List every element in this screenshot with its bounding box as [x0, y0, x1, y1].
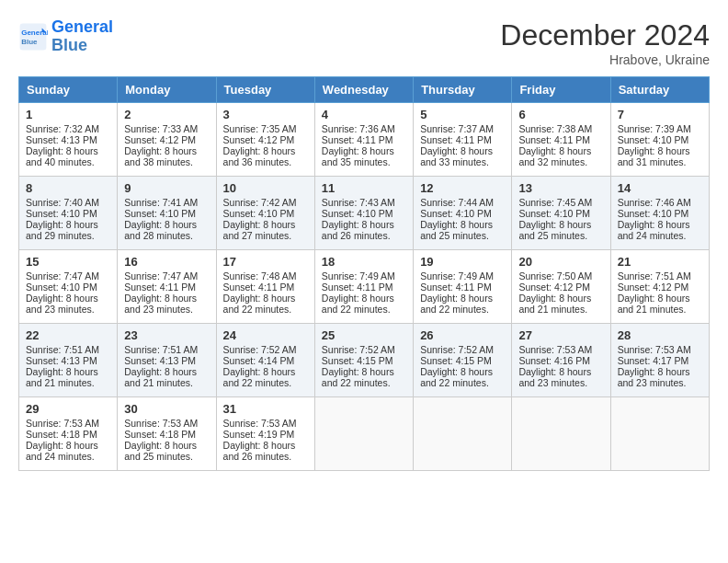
daylight: Daylight: 8 hours and 21 minutes. — [518, 293, 591, 315]
day-cell: 10Sunrise: 7:42 AMSunset: 4:10 PMDayligh… — [216, 177, 314, 250]
day-number: 24 — [223, 328, 308, 342]
sunset: Sunset: 4:18 PM — [26, 429, 97, 440]
day-cell: 11Sunrise: 7:43 AMSunset: 4:10 PMDayligh… — [314, 177, 413, 250]
day-cell: 25Sunrise: 7:52 AMSunset: 4:15 PMDayligh… — [314, 324, 413, 397]
day-number: 5 — [420, 108, 505, 121]
col-header-tuesday: Tuesday — [216, 77, 314, 103]
col-header-wednesday: Wednesday — [314, 77, 413, 103]
day-number: 10 — [223, 181, 308, 195]
day-number: 21 — [618, 255, 702, 269]
calendar-table: SundayMondayTuesdayWednesdayThursdayFrid… — [18, 76, 710, 471]
week-row-1: 1Sunrise: 7:32 AMSunset: 4:13 PMDaylight… — [19, 103, 710, 177]
sunrise: Sunrise: 7:32 AM — [26, 123, 99, 134]
day-number: 9 — [124, 181, 209, 195]
sunrise: Sunrise: 7:48 AM — [223, 270, 297, 282]
day-number: 27 — [518, 328, 603, 342]
daylight: Daylight: 8 hours and 22 minutes. — [322, 293, 394, 315]
day-cell — [610, 397, 709, 471]
sunset: Sunset: 4:10 PM — [26, 208, 97, 219]
daylight: Daylight: 8 hours and 21 minutes. — [618, 293, 690, 315]
daylight: Daylight: 8 hours and 21 minutes. — [124, 366, 197, 388]
day-number: 15 — [26, 255, 110, 269]
sunset: Sunset: 4:18 PM — [124, 429, 196, 440]
location: Hrabove, Ukraine — [500, 52, 710, 67]
day-number: 8 — [26, 181, 110, 195]
month-title: December 2024 — [500, 18, 710, 52]
sunset: Sunset: 4:12 PM — [124, 134, 196, 145]
sunset: Sunset: 4:14 PM — [223, 355, 295, 366]
sunset: Sunset: 4:11 PM — [124, 282, 196, 293]
sunrise: Sunrise: 7:51 AM — [618, 270, 691, 282]
sunrise: Sunrise: 7:47 AM — [124, 270, 198, 282]
day-cell: 31Sunrise: 7:53 AMSunset: 4:19 PMDayligh… — [216, 397, 314, 471]
sunrise: Sunrise: 7:49 AM — [420, 270, 494, 282]
header: General Blue GeneralBlue December 2024 H… — [18, 18, 710, 67]
title-area: December 2024 Hrabove, Ukraine — [500, 18, 710, 67]
day-cell: 17Sunrise: 7:48 AMSunset: 4:11 PMDayligh… — [216, 250, 314, 324]
daylight: Daylight: 8 hours and 25 minutes. — [124, 440, 197, 462]
day-cell: 18Sunrise: 7:49 AMSunset: 4:11 PMDayligh… — [314, 250, 413, 324]
daylight: Daylight: 8 hours and 23 minutes. — [618, 366, 690, 388]
day-cell: 27Sunrise: 7:53 AMSunset: 4:16 PMDayligh… — [512, 324, 610, 397]
sunset: Sunset: 4:10 PM — [420, 208, 492, 219]
daylight: Daylight: 8 hours and 22 minutes. — [420, 293, 493, 315]
day-number: 18 — [322, 255, 406, 269]
logo: General Blue GeneralBlue — [18, 18, 113, 55]
sunrise: Sunrise: 7:52 AM — [420, 344, 494, 355]
day-cell: 20Sunrise: 7:50 AMSunset: 4:12 PMDayligh… — [512, 250, 610, 324]
day-cell: 5Sunrise: 7:37 AMSunset: 4:11 PMDaylight… — [414, 103, 512, 177]
sunset: Sunset: 4:16 PM — [518, 355, 590, 366]
sunrise: Sunrise: 7:52 AM — [322, 344, 395, 355]
day-cell: 21Sunrise: 7:51 AMSunset: 4:12 PMDayligh… — [610, 250, 709, 324]
day-number: 23 — [124, 328, 209, 342]
sunrise: Sunrise: 7:44 AM — [420, 197, 494, 208]
sunrise: Sunrise: 7:53 AM — [26, 418, 99, 429]
sunset: Sunset: 4:11 PM — [322, 282, 393, 293]
sunset: Sunset: 4:10 PM — [518, 208, 590, 219]
sunset: Sunset: 4:19 PM — [223, 429, 295, 440]
sunset: Sunset: 4:11 PM — [322, 134, 393, 145]
day-number: 29 — [26, 402, 110, 416]
day-cell: 14Sunrise: 7:46 AMSunset: 4:10 PMDayligh… — [610, 177, 709, 250]
day-number: 28 — [618, 328, 702, 342]
col-header-friday: Friday — [512, 77, 610, 103]
sunset: Sunset: 4:10 PM — [618, 208, 689, 219]
day-cell: 4Sunrise: 7:36 AMSunset: 4:11 PMDaylight… — [314, 103, 413, 177]
sunset: Sunset: 4:13 PM — [26, 355, 97, 366]
daylight: Daylight: 8 hours and 22 minutes. — [223, 366, 296, 388]
sunrise: Sunrise: 7:53 AM — [618, 344, 691, 355]
sunrise: Sunrise: 7:52 AM — [223, 344, 297, 355]
sunrise: Sunrise: 7:40 AM — [26, 197, 99, 208]
sunset: Sunset: 4:10 PM — [26, 282, 97, 293]
sunset: Sunset: 4:12 PM — [618, 282, 689, 293]
week-row-4: 22Sunrise: 7:51 AMSunset: 4:13 PMDayligh… — [19, 324, 710, 397]
sunset: Sunset: 4:13 PM — [124, 355, 196, 366]
day-cell: 16Sunrise: 7:47 AMSunset: 4:11 PMDayligh… — [118, 250, 216, 324]
day-number: 14 — [618, 181, 702, 195]
sunrise: Sunrise: 7:53 AM — [223, 418, 297, 429]
sunrise: Sunrise: 7:41 AM — [124, 197, 198, 208]
day-number: 3 — [223, 108, 308, 121]
day-cell: 29Sunrise: 7:53 AMSunset: 4:18 PMDayligh… — [19, 397, 118, 471]
day-number: 31 — [223, 402, 308, 416]
daylight: Daylight: 8 hours and 23 minutes. — [26, 293, 98, 315]
sunset: Sunset: 4:15 PM — [322, 355, 393, 366]
day-cell: 3Sunrise: 7:35 AMSunset: 4:12 PMDaylight… — [216, 103, 314, 177]
daylight: Daylight: 8 hours and 22 minutes. — [420, 366, 493, 388]
daylight: Daylight: 8 hours and 24 minutes. — [618, 219, 690, 241]
day-number: 20 — [518, 255, 603, 269]
day-cell: 19Sunrise: 7:49 AMSunset: 4:11 PMDayligh… — [414, 250, 512, 324]
sunrise: Sunrise: 7:49 AM — [322, 270, 395, 282]
daylight: Daylight: 8 hours and 28 minutes. — [124, 219, 197, 241]
sunrise: Sunrise: 7:50 AM — [518, 270, 592, 282]
week-row-2: 8Sunrise: 7:40 AMSunset: 4:10 PMDaylight… — [19, 177, 710, 250]
daylight: Daylight: 8 hours and 22 minutes. — [322, 366, 394, 388]
sunrise: Sunrise: 7:46 AM — [618, 197, 691, 208]
day-cell: 22Sunrise: 7:51 AMSunset: 4:13 PMDayligh… — [19, 324, 118, 397]
daylight: Daylight: 8 hours and 26 minutes. — [223, 440, 296, 462]
sunrise: Sunrise: 7:47 AM — [26, 270, 99, 282]
sunset: Sunset: 4:10 PM — [223, 208, 295, 219]
col-header-sunday: Sunday — [19, 77, 118, 103]
week-row-3: 15Sunrise: 7:47 AMSunset: 4:10 PMDayligh… — [19, 250, 710, 324]
day-cell: 12Sunrise: 7:44 AMSunset: 4:10 PMDayligh… — [414, 177, 512, 250]
